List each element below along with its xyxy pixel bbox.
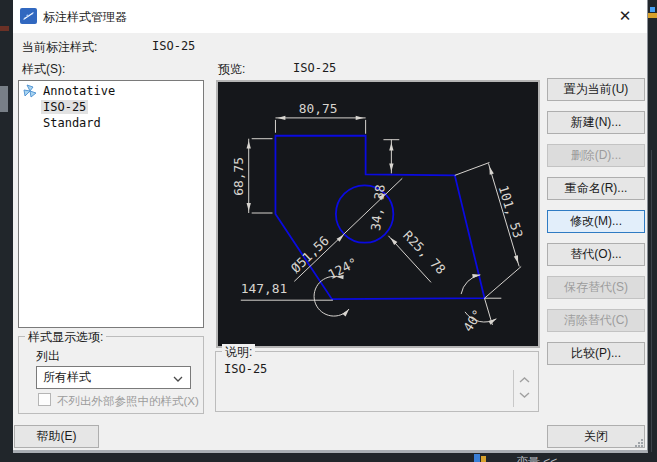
styles-filter-dropdown[interactable]: 所有样式 (36, 366, 191, 389)
dim-top: 80,75 (299, 101, 338, 116)
close-icon: ✕ (619, 7, 632, 25)
title-bar[interactable]: 标注样式管理器 ✕ (13, 0, 647, 33)
preview-canvas: 80,75 68,75 34, 38 Ø51,56 R25, 78 101, 5… (216, 80, 540, 348)
description-label: 说明: (222, 344, 255, 361)
styles-label: 样式(S): (22, 61, 65, 78)
current-style-label: 当前标注样式: (22, 39, 97, 56)
dialog-title: 标注样式管理器 (43, 9, 127, 26)
bg-right-panel-edge (651, 150, 652, 452)
dim-aligned: 101, 53 (496, 184, 526, 240)
chevron-down-icon (173, 376, 183, 382)
style-list[interactable]: Annotative ISO-25 Standard (18, 80, 204, 328)
dim-radius: R25, 78 (400, 228, 448, 277)
scroll-down-button[interactable] (517, 389, 531, 401)
bg-right-ruler-icon (648, 13, 657, 18)
bg-status-icon-blue (474, 454, 480, 462)
app-icon (20, 8, 37, 24)
list-item-standard[interactable]: Standard (19, 115, 203, 131)
new-button[interactable]: 新建(N)... (547, 111, 645, 134)
description-scroll-separator (513, 370, 514, 407)
help-button[interactable]: 帮助(E) (14, 425, 99, 448)
list-label: 列出 (36, 348, 60, 365)
delete-button: 删除(D)... (547, 144, 645, 167)
scroll-up-button[interactable] (517, 374, 531, 386)
clear-override-button: 清除替代(C) (547, 309, 645, 332)
chevron-up-icon (519, 377, 530, 383)
list-item-iso25[interactable]: ISO-25 (19, 99, 203, 115)
dim-step: 34, 38 (368, 184, 388, 232)
set-current-button[interactable]: 置为当前(U) (547, 78, 645, 101)
preview-style-value: ISO-25 (293, 61, 336, 75)
annotative-icon (23, 84, 37, 98)
bg-status-icon-yellow (481, 456, 486, 462)
dim-linear-bottom: 147,81 (241, 281, 287, 296)
rename-button[interactable]: 重命名(R)... (547, 177, 645, 200)
dim-angle-right: 40° (460, 307, 485, 335)
preview-drawing: 80,75 68,75 34, 38 Ø51,56 R25, 78 101, 5… (218, 82, 538, 346)
save-override-button: 保存替代(S) (547, 276, 645, 299)
dim-left: 68,75 (231, 157, 246, 196)
list-item-label: Annotative (43, 84, 115, 98)
xref-checkbox-label: 不列出外部参照中的样式(X) (57, 394, 199, 409)
description-text: ISO-25 (224, 362, 267, 376)
compare-button[interactable]: 比较(P)... (547, 342, 645, 365)
preview-label: 预览: (218, 61, 245, 78)
options-group-label: 样式显示选项: (25, 329, 106, 346)
xref-checkbox (38, 393, 51, 406)
list-item-annotative[interactable]: Annotative (19, 83, 203, 99)
list-item-label-selected: ISO-25 (41, 100, 88, 114)
resize-grip[interactable] (634, 438, 644, 448)
current-style-value: ISO-25 (152, 39, 195, 53)
description-group: 说明: ISO-25 (215, 351, 539, 412)
chevron-down-icon (519, 392, 530, 398)
options-group: 样式显示选项: 列出 所有样式 不列出外部参照中的样式(X) (18, 336, 204, 414)
bg-left-gray-mark (0, 86, 8, 112)
app-background: { "dialog": { "title": "标注样式管理器", "close… (0, 0, 657, 462)
dimension-style-manager-dialog: 标注样式管理器 ✕ 当前标注样式: ISO-25 样式(S): 预览: ISO-… (13, 0, 648, 453)
dropdown-value: 所有样式 (43, 369, 91, 386)
close-button[interactable]: ✕ (605, 0, 645, 32)
override-button[interactable]: 替代(O)... (547, 243, 645, 266)
statusbar-text: 变量 << (516, 454, 557, 462)
bg-right-blue-icon (650, 7, 655, 12)
modify-button[interactable]: 修改(M)... (547, 210, 645, 233)
list-item-label: Standard (43, 116, 101, 130)
close-dialog-button[interactable]: 关闭 (547, 425, 645, 448)
bg-left-red-mark (0, 26, 9, 31)
